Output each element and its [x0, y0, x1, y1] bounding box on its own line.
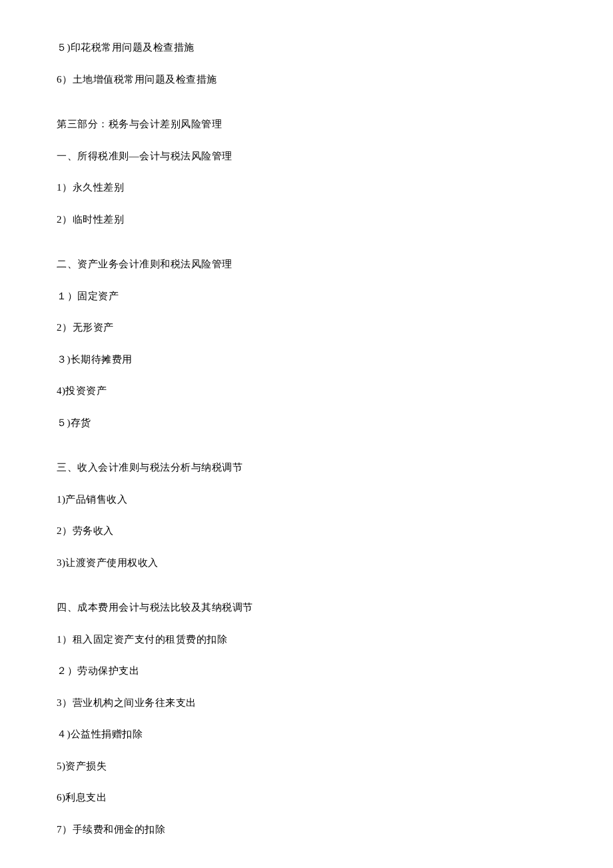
text-line: １）固定资产 — [57, 289, 556, 304]
section-heading: 第三部分：税务与会计差别风险管理 — [57, 117, 556, 132]
text-line: ３)长期待摊费用 — [57, 352, 556, 367]
text-line: ５)存货 — [57, 415, 556, 431]
text-line: 4)投资资产 — [57, 383, 556, 399]
blank-line — [57, 447, 556, 460]
text-line: ５)印花税常用问题及检查措施 — [57, 40, 556, 55]
text-line: ２）劳动保护支出 — [57, 663, 556, 679]
text-line: 3)让渡资产使用权收入 — [57, 555, 556, 571]
blank-line — [57, 587, 556, 600]
text-line: 2）劳务收入 — [57, 523, 556, 539]
blank-line — [57, 853, 556, 867]
text-line: 1）永久性差别 — [57, 180, 556, 195]
document-content: ５)印花税常用问题及检查措施 6）土地增值税常用问题及检查措施 第三部分：税务与… — [57, 40, 556, 868]
text-line: 3）营业机构之间业务往来支出 — [57, 695, 556, 711]
subsection-heading: 一、所得税准则—会计与税法风险管理 — [57, 149, 556, 164]
subsection-heading: 二、资产业务会计准则和税法风险管理 — [57, 257, 556, 272]
text-line: 7）手续费和佣金的扣除 — [57, 822, 556, 837]
text-line: 5)资产损失 — [57, 759, 556, 774]
text-line: 2）临时性差别 — [57, 212, 556, 227]
subsection-heading: 三、收入会计准则与税法分析与纳税调节 — [57, 460, 556, 475]
text-line: 1）租入固定资产支付的租赁费的扣除 — [57, 632, 556, 647]
blank-line — [57, 243, 556, 257]
subsection-heading: 四、成本费用会计与税法比较及其纳税调节 — [57, 600, 556, 615]
blank-line — [57, 103, 556, 117]
text-line: 6)利息支出 — [57, 790, 556, 805]
text-line: ４)公益性捐赠扣除 — [57, 727, 556, 742]
text-line: 2）无形资产 — [57, 320, 556, 335]
text-line: 6）土地增值税常用问题及检查措施 — [57, 72, 556, 87]
text-line: 1)产品销售收入 — [57, 492, 556, 507]
